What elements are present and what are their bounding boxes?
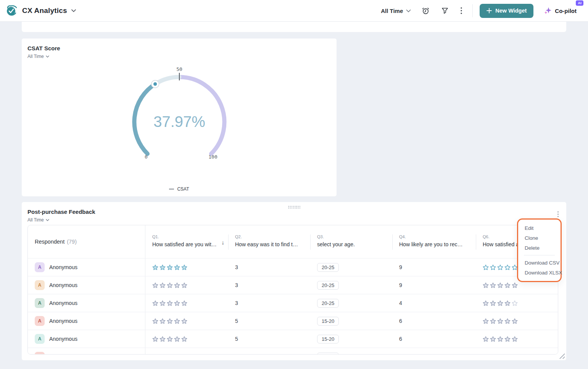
csat-widget: CSAT Score All Time 50 0 100 37.97% CSAT (22, 39, 337, 196)
respondent-cell: AAnonymous (28, 258, 145, 276)
star-icon (152, 282, 158, 289)
respondent-name: Anonymous (49, 336, 77, 342)
star-rating (483, 264, 518, 271)
age-chip: 20-25 (317, 353, 339, 355)
table-row[interactable]: AAnonymous320-257 (28, 348, 558, 355)
widget-time-filter[interactable]: All Time (27, 217, 49, 223)
star-icon (152, 318, 158, 324)
star-icon (483, 282, 489, 289)
star-icon (504, 318, 511, 324)
gauge-arc-segment (134, 84, 155, 154)
feedback-table: Respondent (79) Q1. How satisfied are yo… (27, 225, 558, 355)
table-row[interactable]: AAnonymous320-254 (28, 294, 558, 312)
q4-answer-cell: 6 (392, 312, 476, 330)
alarm-button[interactable] (417, 4, 434, 18)
avatar: A (35, 262, 45, 272)
avatar: A (35, 316, 45, 326)
q4-answer-cell: 4 (392, 294, 476, 312)
star-icon (152, 336, 158, 342)
partial-widget-above (22, 22, 566, 32)
star-icon (159, 318, 166, 324)
star-icon (174, 318, 180, 324)
divider (472, 4, 473, 17)
chevron-down-icon (46, 219, 49, 221)
resize-handle[interactable] (559, 353, 565, 359)
star-icon (167, 264, 173, 271)
chevron-down-icon[interactable] (71, 9, 76, 13)
q2-answer-cell: 5 (228, 330, 310, 348)
plus-icon (487, 8, 492, 13)
star-icon (174, 264, 180, 271)
q3-answer-cell: 20-25 (310, 348, 392, 355)
more-options-button[interactable] (456, 4, 467, 18)
menu-item-clone[interactable]: Clone (518, 233, 561, 243)
respondent-count: (79) (67, 239, 77, 245)
star-icon (504, 282, 511, 289)
star-rating (152, 282, 187, 289)
column-header-q4[interactable]: Q4. How likely are you to recomm… (392, 225, 476, 258)
star-icon (159, 354, 166, 355)
star-icon (490, 336, 496, 342)
respondent-header-label: Respondent (35, 239, 64, 245)
widget-context-menu: Edit Clone Delete Download CSV Download … (517, 218, 562, 282)
star-icon (174, 336, 180, 342)
star-rating (152, 300, 187, 306)
star-rating (483, 318, 518, 324)
star-icon (174, 282, 180, 289)
question-label: select your age. (317, 241, 387, 247)
table-row[interactable]: AAnonymous320-259 (28, 258, 558, 276)
csat-gauge-chart: 50 0 100 37.97% (111, 65, 248, 179)
table-row[interactable]: AAnonymous320-259 (28, 276, 558, 294)
question-tag: Q3. (317, 234, 387, 239)
star-icon (497, 300, 503, 306)
star-icon (181, 300, 187, 306)
menu-item-download-xlsx[interactable]: Download XLSX (518, 268, 561, 278)
drag-handle[interactable] (288, 205, 300, 209)
chevron-down-icon (406, 9, 411, 13)
filter-button[interactable] (437, 4, 453, 18)
star-icon (512, 318, 518, 324)
sort-descending-icon[interactable]: ↓ (222, 239, 225, 245)
widget-menu-button[interactable] (556, 210, 561, 219)
star-icon (497, 354, 503, 355)
respondent-cell: AAnonymous (28, 276, 145, 294)
respondent-cell: AAnonymous (28, 348, 145, 355)
table-header-row: Respondent (79) Q1. How satisfied are yo… (28, 225, 558, 258)
star-icon (483, 336, 489, 342)
column-header-q3[interactable]: Q3. select your age. (310, 225, 392, 258)
gauge-label-50: 50 (176, 66, 182, 72)
star-icon (512, 282, 518, 289)
star-icon (504, 300, 511, 306)
column-header-q2[interactable]: Q2. How easy was it to find the pr… (228, 225, 310, 258)
star-icon (159, 300, 166, 306)
menu-item-edit[interactable]: Edit (518, 223, 561, 233)
column-header-respondent[interactable]: Respondent (79) (28, 225, 145, 258)
star-icon (512, 300, 518, 306)
chart-legend: CSAT (22, 186, 337, 192)
widget-title: Post-purchase Feedback (27, 209, 95, 215)
respondent-cell: AAnonymous (28, 330, 145, 348)
avatar: A (35, 298, 45, 308)
star-rating (152, 264, 187, 271)
menu-item-download-csv[interactable]: Download CSV (518, 258, 561, 268)
app-brand[interactable]: CX Analytics (5, 4, 76, 17)
new-widget-button[interactable]: New Widget (480, 4, 533, 18)
column-header-q1[interactable]: Q1. How satisfied are you with … ↓ (145, 225, 228, 258)
time-filter-dropdown[interactable]: All Time (377, 5, 415, 16)
respondent-name: Anonymous (49, 264, 77, 270)
q4-answer-cell: 9 (392, 258, 476, 276)
app-logo-icon (5, 4, 18, 17)
star-icon (504, 336, 511, 342)
table-row[interactable]: AAnonymous515-206 (28, 312, 558, 330)
menu-divider (524, 255, 555, 255)
table-row[interactable]: AAnonymous515-206 (28, 330, 558, 348)
widget-time-filter[interactable]: All Time (27, 54, 49, 59)
sparkle-icon (544, 7, 552, 14)
avatar: A (35, 334, 45, 344)
star-icon (497, 282, 503, 289)
menu-item-delete[interactable]: Delete (518, 243, 561, 253)
star-icon (504, 354, 511, 355)
q1-rating-cell (145, 312, 228, 330)
age-chip: 20-25 (317, 263, 339, 272)
copilot-button[interactable]: AI Co-pilot (544, 7, 581, 14)
